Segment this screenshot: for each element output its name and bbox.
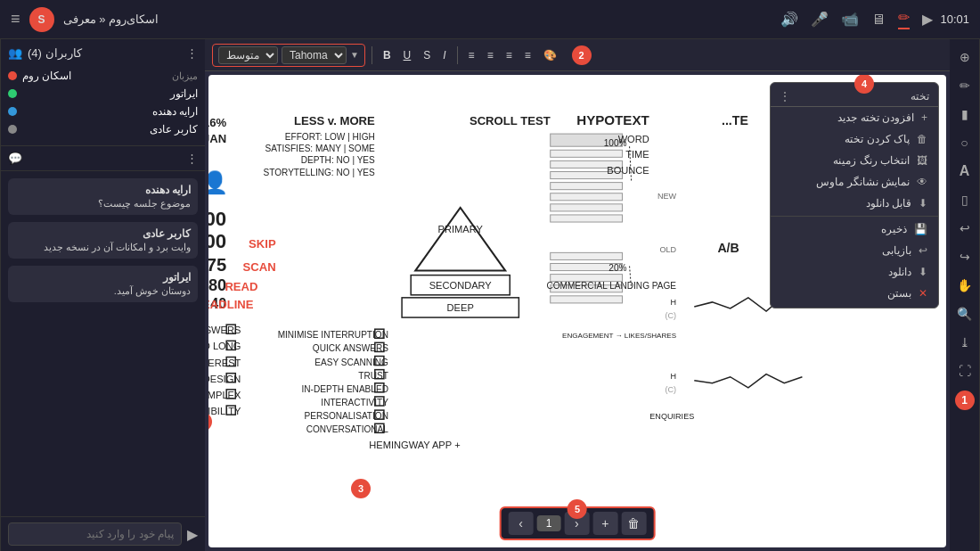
whiteboard-toolbar: متوسط Tahoma ▼ B U S I ≡ ≡ ≡ ≡ 🎨 2 (205, 39, 950, 71)
svg-text:175: 175 (208, 255, 226, 275)
align-center-button[interactable]: ≡ (483, 47, 498, 63)
fullscreen-icon[interactable]: ⛶ (952, 358, 977, 383)
user-item-host: میزبان اسکان روم (8, 67, 198, 85)
eye-icon: 👁 (917, 176, 927, 188)
svg-text:ENQUIRIES: ENQUIRIES (649, 412, 694, 421)
svg-rect-55 (551, 150, 623, 157)
bold-button[interactable]: B (379, 47, 396, 63)
svg-text:200: 200 (208, 230, 226, 252)
chat-options-icon[interactable]: ⋮ (186, 152, 198, 165)
brand-name: اسکای‌روم « معرفی (63, 12, 159, 26)
font-family-select[interactable]: Tahoma (282, 46, 347, 64)
chat-sender-2: کاربر عادی (15, 227, 191, 240)
svg-text:SCAN: SCAN (243, 260, 276, 274)
cm-add-board-label: افزودن تخته جدید (837, 111, 914, 124)
shape-tool-icon[interactable]: ○ (952, 130, 977, 155)
strikethrough-button[interactable]: S (419, 47, 435, 63)
svg-text:H: H (671, 372, 677, 381)
cm-save[interactable]: 💾 ذخیره (771, 218, 938, 240)
svg-text:EASY SCANNING: EASY SCANNING (314, 358, 388, 367)
zoom-icon[interactable]: 🔍 (952, 301, 977, 326)
svg-rect-59 (551, 193, 623, 201)
user-dot-normal (8, 125, 17, 134)
svg-text:IN-DEPTH ENABLED: IN-DEPTH ENABLED (301, 384, 388, 394)
svg-text:LOST INTEREST: LOST INTEREST (208, 358, 241, 368)
hand-tool-icon[interactable]: ✋ (952, 273, 977, 298)
italic-button[interactable]: I (438, 47, 450, 63)
cm-download[interactable]: ⬇ دانلود (771, 261, 938, 283)
cm-close-label: بستن (887, 287, 911, 300)
align-justify-button[interactable]: ≡ (520, 47, 535, 63)
add-page-button[interactable]: + (592, 512, 617, 535)
pen-tool-icon[interactable]: ✏ (952, 73, 977, 98)
users-options-icon[interactable]: ⋮ (186, 46, 198, 60)
user-name-host: اسکان روم (22, 70, 71, 82)
svg-text:CONVERSATIONAL: CONVERSATIONAL (306, 424, 389, 434)
chat-send-button[interactable]: ▶ (187, 526, 198, 543)
redo-icon[interactable]: ↪ (952, 244, 977, 269)
align-left-button[interactable]: ≡ (502, 47, 517, 63)
chat-sender-3: ایراتور (15, 271, 191, 284)
svg-rect-60 (551, 204, 623, 211)
prev-page-button[interactable]: ‹ (509, 512, 534, 535)
font-style-select[interactable]: متوسط (218, 46, 278, 64)
cm-divider (771, 216, 938, 217)
clock: 10:01 (940, 12, 969, 26)
trash-icon: 🗑 (917, 133, 927, 145)
cm-bg-color[interactable]: 🖼 انتخاب رنگ زمینه (771, 150, 938, 171)
chat-input[interactable] (8, 522, 182, 546)
whiteboard-canvas[interactable]: NIELSEN: 16% DEJAN: 👤👤👤👤 500 200 SKIP 17… (208, 75, 946, 547)
move-tool-icon[interactable]: ⊕ (952, 45, 977, 70)
svg-text:LACKS CREDIBILITY: LACKS CREDIBILITY (208, 406, 241, 416)
volume-icon[interactable]: 🔊 (780, 11, 798, 28)
color-picker-button[interactable]: 🎨 (539, 47, 561, 63)
chat-section: ⋮ 💬 ارایه دهنده موضوع جلسه چیست؟ کاربر ع… (1, 146, 205, 551)
user-item-narrator: ایراتور (8, 85, 198, 103)
cm-restore[interactable]: ↩ بازیابی (771, 240, 938, 261)
chat-text-2: وایت برد و امکانات آن در نسخه جدید (15, 242, 191, 253)
eraser-tool-icon[interactable]: ▯ (952, 187, 977, 212)
badge-5: 5 (568, 499, 587, 519)
camera-icon[interactable]: 📹 (841, 11, 859, 28)
cm-download-label: دانلود (888, 266, 911, 278)
svg-text:+ HEMINGWAY APP: + HEMINGWAY APP (369, 440, 460, 450)
chat-header: ⋮ 💬 (1, 146, 205, 171)
user-item-normal: کاربر عادی (8, 120, 198, 138)
svg-text:H: H (671, 298, 677, 307)
cm-clear-board[interactable]: 🗑 پاک کردن تخته (771, 128, 938, 150)
pen-icon[interactable]: ✏ (898, 9, 910, 29)
palette-icon: 🖼 (917, 154, 927, 167)
context-menu-options-icon[interactable]: ⋮ (780, 90, 790, 103)
badge-3: 3 (351, 479, 371, 498)
delete-page-button[interactable]: 🗑 (621, 512, 646, 535)
undo-icon[interactable]: ↩ (952, 216, 977, 241)
svg-text:(C): (C) (665, 385, 676, 394)
svg-text:NEW: NEW (657, 192, 677, 201)
hamburger-menu-icon[interactable]: ≡ (11, 10, 20, 29)
svg-text:(C): (C) (665, 311, 676, 320)
svg-text:INTERACTIVITY: INTERACTIVITY (321, 398, 388, 407)
screen-share-icon[interactable]: 🖥 (871, 12, 886, 28)
align-right-button[interactable]: ≡ (464, 47, 479, 63)
users-group-icon: 👥 (8, 46, 22, 60)
highlighter-tool-icon[interactable]: ▮ (952, 102, 977, 127)
user-name-normal: کاربر عادی (150, 123, 198, 136)
cm-close[interactable]: ✕ بستن (771, 283, 938, 304)
svg-text:EFFORT: LOW | HIGH: EFFORT: LOW | HIGH (285, 132, 375, 142)
play-icon[interactable]: ▶ (922, 11, 933, 28)
svg-text:READ: READ (225, 280, 257, 293)
cm-downloadable[interactable]: ⬇ قابل دانلود (771, 193, 938, 214)
cm-add-board[interactable]: + افزودن تخته جدید (771, 107, 938, 128)
cm-show-cursor[interactable]: 👁 نمایش نشانگر ماوس (771, 171, 938, 193)
svg-text:LESS v. MORE: LESS v. MORE (294, 114, 375, 127)
svg-text:TOO COMPLEX: TOO COMPLEX (208, 390, 241, 400)
close-icon: ✕ (919, 287, 927, 300)
user-name-narrator: ایراتور (170, 87, 198, 100)
svg-text:A/B: A/B (717, 241, 739, 255)
underline-button[interactable]: U (399, 47, 416, 63)
import-icon[interactable]: ⤓ (952, 330, 977, 355)
svg-text:👤👤👤👤: 👤👤👤👤 (208, 169, 229, 196)
text-tool-icon[interactable]: A (952, 159, 977, 184)
user-dot-host (8, 71, 17, 80)
mic-icon[interactable]: 🎤 (811, 11, 829, 28)
